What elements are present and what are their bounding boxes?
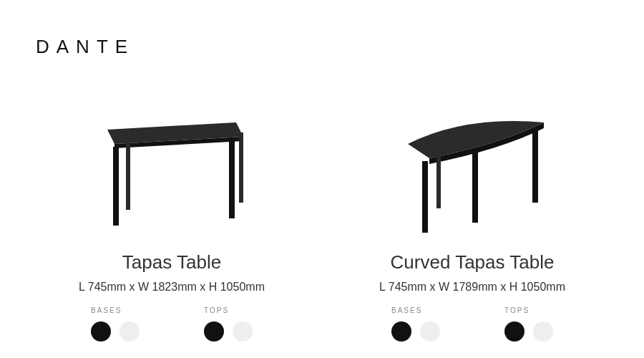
curved-tapas-table-icon (379, 101, 565, 244)
option-group-bases: BASES (91, 306, 140, 342)
option-group-tops: TOPS (204, 306, 253, 342)
option-group-bases: BASES (391, 306, 440, 342)
product-dimensions: L 745mm x W 1789mm x H 1050mm (379, 281, 565, 294)
swatch-black[interactable] (391, 321, 411, 342)
svg-rect-8 (532, 131, 538, 203)
product-image (379, 101, 565, 244)
svg-rect-7 (472, 151, 478, 223)
option-group-tops: TOPS (504, 306, 553, 342)
tapas-table-icon (79, 101, 265, 244)
swatch-black[interactable] (204, 321, 224, 342)
svg-rect-3 (229, 140, 235, 218)
swatch-row (504, 321, 553, 342)
product-card: Tapas Table L 745mm x W 1823mm x H 1050m… (36, 101, 308, 342)
option-label: BASES (91, 306, 122, 314)
option-label: BASES (391, 306, 422, 314)
product-options: BASES TOPS (91, 306, 253, 342)
swatch-row (91, 321, 140, 342)
swatch-light[interactable] (420, 321, 440, 342)
product-card: Curved Tapas Table L 745mm x W 1789mm x … (336, 101, 608, 342)
swatch-row (204, 321, 253, 342)
swatch-light[interactable] (119, 321, 140, 342)
svg-rect-4 (126, 140, 130, 210)
swatch-row (391, 321, 440, 342)
swatch-light[interactable] (533, 321, 553, 342)
product-name: Tapas Table (122, 251, 221, 274)
product-name: Curved Tapas Table (391, 251, 555, 274)
svg-rect-9 (436, 151, 441, 208)
product-dimensions: L 745mm x W 1823mm x H 1050mm (79, 281, 265, 294)
svg-rect-5 (239, 132, 243, 203)
swatch-black[interactable] (504, 321, 525, 342)
option-label: TOPS (504, 306, 530, 314)
swatch-black[interactable] (91, 321, 111, 342)
product-options: BASES TOPS (391, 306, 553, 342)
svg-rect-6 (422, 161, 428, 233)
svg-rect-2 (113, 147, 119, 226)
product-image (79, 101, 265, 244)
swatch-light[interactable] (233, 321, 253, 342)
option-label: TOPS (204, 306, 229, 314)
brand-logo: DANTE (36, 36, 608, 58)
product-grid: Tapas Table L 745mm x W 1823mm x H 1050m… (36, 101, 608, 342)
